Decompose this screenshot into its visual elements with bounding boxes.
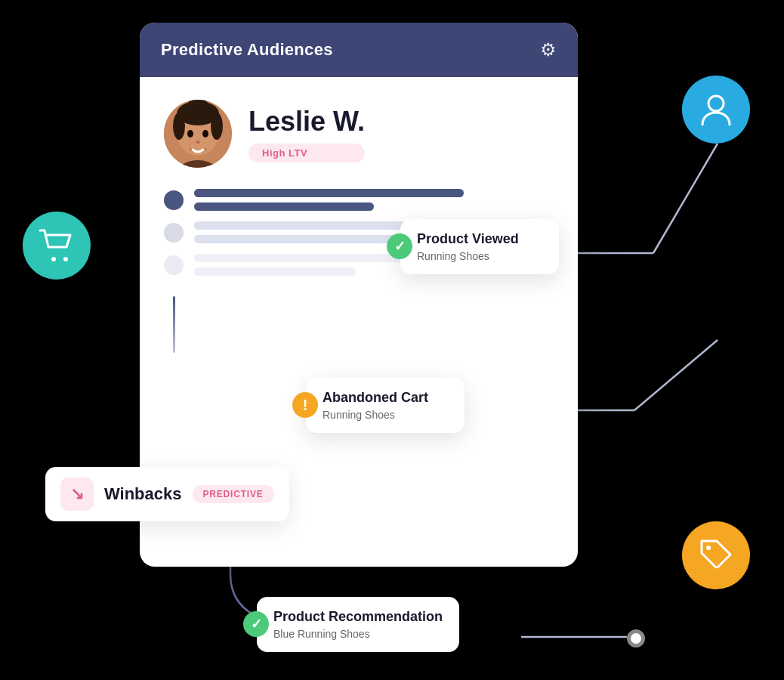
abandoned-cart-subtitle: Running Shoes bbox=[323, 409, 448, 421]
abandoned-cart-card: ! Abandoned Cart Running Shoes bbox=[306, 378, 465, 433]
profile-name: Leslie W. bbox=[248, 106, 365, 138]
avatar bbox=[164, 100, 232, 168]
tag-icon bbox=[699, 538, 733, 573]
svg-point-19 bbox=[202, 130, 208, 138]
cart-circle bbox=[23, 212, 91, 280]
user-icon bbox=[698, 91, 734, 128]
product-rec-card: ✓ Product Recommendation Blue Running Sh… bbox=[257, 597, 459, 652]
vertical-connector bbox=[173, 296, 175, 353]
abandoned-cart-title: Abandoned Cart bbox=[323, 390, 448, 406]
svg-point-10 bbox=[706, 546, 711, 550]
gear-icon[interactable]: ⚙ bbox=[540, 39, 557, 60]
product-rec-dot bbox=[627, 629, 645, 648]
row-bar-1a bbox=[194, 189, 464, 197]
svg-point-8 bbox=[63, 257, 68, 261]
activity-row-1 bbox=[164, 189, 554, 211]
row-bar-3b bbox=[194, 267, 356, 276]
user-circle bbox=[682, 76, 750, 144]
row-bar-1b bbox=[194, 202, 374, 211]
svg-point-18 bbox=[187, 130, 193, 138]
svg-point-7 bbox=[51, 257, 56, 261]
product-rec-icon: ✓ bbox=[243, 611, 269, 637]
profile-info: Leslie W. High LTV bbox=[248, 106, 365, 162]
row-dot-inactive-2 bbox=[164, 255, 184, 275]
winbacks-arrow-icon: ↘ bbox=[70, 484, 84, 504]
row-dot-inactive-1 bbox=[164, 223, 184, 243]
abandoned-cart-icon: ! bbox=[292, 392, 318, 418]
ltv-badge: High LTV bbox=[248, 144, 365, 162]
predictive-badge: PREDICTIVE bbox=[193, 485, 274, 503]
product-viewed-icon: ✓ bbox=[387, 233, 412, 259]
winbacks-row: ↘ Winbacks PREDICTIVE bbox=[45, 467, 289, 521]
row-dot-active-1 bbox=[164, 190, 184, 210]
winbacks-label: Winbacks bbox=[104, 484, 182, 504]
product-viewed-title: Product Viewed bbox=[417, 231, 542, 248]
product-rec-subtitle: Blue Running Shoes bbox=[273, 628, 443, 640]
product-viewed-subtitle: Running Shoes bbox=[417, 250, 542, 262]
card-title: Predictive Audiences bbox=[161, 40, 333, 60]
row-bar-2b bbox=[194, 235, 410, 243]
row-bars-1 bbox=[194, 189, 554, 211]
cart-icon bbox=[39, 229, 75, 262]
winbacks-icon-box: ↘ bbox=[60, 478, 94, 511]
tag-circle bbox=[682, 521, 750, 589]
profile-section: Leslie W. High LTV bbox=[164, 100, 554, 168]
svg-line-3 bbox=[634, 340, 718, 410]
card-header: Predictive Audiences ⚙ bbox=[140, 23, 578, 77]
svg-line-1 bbox=[653, 144, 718, 253]
svg-point-16 bbox=[211, 113, 223, 140]
product-viewed-card: ✓ Product Viewed Running Shoes bbox=[400, 219, 559, 274]
svg-point-9 bbox=[708, 96, 724, 111]
scene: Predictive Audiences ⚙ bbox=[0, 0, 784, 680]
svg-point-20 bbox=[196, 141, 200, 144]
product-rec-title: Product Recommendation bbox=[273, 609, 443, 626]
svg-point-15 bbox=[173, 113, 185, 140]
